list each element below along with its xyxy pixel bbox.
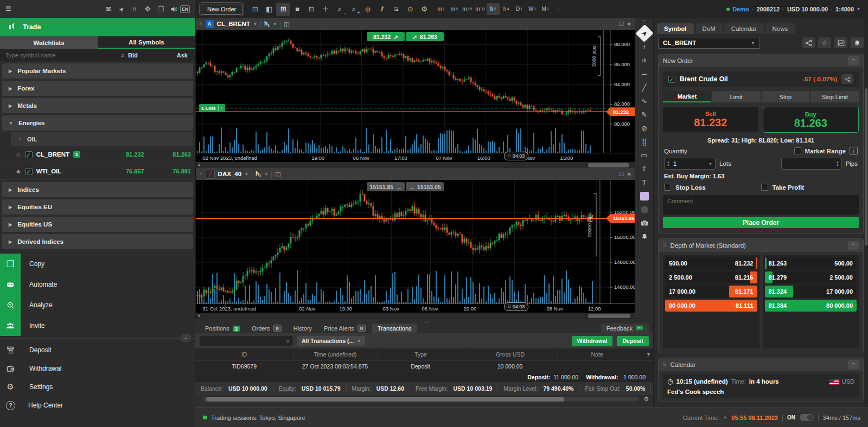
eraser-icon[interactable]: ⊘: [638, 122, 651, 134]
chevron-down-icon[interactable]: ▼: [264, 172, 268, 176]
sidebar-item-automate[interactable]: Automate: [0, 274, 195, 295]
new-order-header[interactable]: New Order ⌃: [659, 54, 863, 67]
close-icon[interactable]: ✕: [627, 171, 631, 177]
calendar-header[interactable]: ⠿ Calendar ⌃: [659, 358, 863, 371]
dom-header[interactable]: ⠿ Depth of Market (Standard) ⌃: [659, 239, 863, 252]
indicators-icon[interactable]: ı|ı: [361, 3, 375, 16]
tab-calendar[interactable]: Calendar: [724, 23, 764, 34]
multi-monitor-icon[interactable]: ⊡: [248, 3, 262, 16]
timeframe-h4[interactable]: h4: [500, 3, 513, 15]
dom-bid-row[interactable]: 500.0081.232: [665, 257, 757, 269]
alert-bell-icon[interactable]: [851, 37, 864, 48]
chevron-down-icon[interactable]: ▼: [253, 22, 257, 26]
more-timeframes-button[interactable]: ···: [552, 3, 565, 15]
tab-orders[interactable]: Orders0: [246, 323, 287, 333]
share-icon[interactable]: [802, 37, 815, 48]
favorite-star-icon[interactable]: ☆: [818, 37, 831, 48]
drag-handle-icon[interactable]: ⠿: [199, 21, 202, 27]
sidebar-item-analyze[interactable]: Analyze: [0, 295, 195, 315]
group-equities-us[interactable]: ▶Equities US: [2, 217, 193, 232]
zoom-out-icon[interactable]: ⌕-: [333, 3, 347, 16]
account-caret-icon[interactable]: ▼: [857, 7, 860, 11]
price-chart-canvas-dax40[interactable]: 50000 pips15200.0015000.0014800.0014600.…: [196, 180, 635, 303]
withdrawal-button[interactable]: Withdrawal: [572, 336, 613, 346]
zoom-in-icon[interactable]: ⌕+: [347, 3, 361, 16]
on-toggle[interactable]: [800, 414, 814, 421]
group-popular-markets[interactable]: ▶Popular Markets: [2, 63, 193, 79]
account-info[interactable]: Demo · 2008212 · USD 10 000.00 · 1:4000 …: [726, 6, 868, 12]
chart-type-icon[interactable]: ◫: [275, 171, 280, 178]
tab-dom[interactable]: DoM: [695, 23, 723, 34]
take-profit-checkbox[interactable]: [761, 184, 768, 191]
quick-sell-button-disabled[interactable]: 15151.85→: [367, 182, 405, 191]
timeframe-m15[interactable]: m15: [461, 3, 474, 15]
sidebar-item-copy[interactable]: ❐Copy: [0, 254, 195, 274]
fx-icon[interactable]: f: [375, 3, 389, 16]
drag-handle-icon[interactable]: ⠿: [199, 171, 202, 177]
quantity-stepper[interactable]: ▲▼ ▼: [664, 158, 716, 170]
star-filled-icon[interactable]: ★: [15, 167, 22, 176]
timeframe-h1[interactable]: h1: [487, 3, 500, 15]
stop-loss-checkbox[interactable]: [664, 184, 671, 191]
brush-icon[interactable]: ✎: [638, 108, 651, 121]
share-icon[interactable]: [841, 74, 853, 84]
market-range-stepper[interactable]: ▲▼: [781, 158, 842, 170]
symbol-row-clbrent[interactable]: ☆ ✓ CL_BRENT 1 81.232 81.263: [0, 146, 195, 163]
star-outline-icon[interactable]: ☆: [15, 151, 22, 159]
split-view-icon[interactable]: ⊟: [304, 3, 318, 16]
chart-symbol-selector[interactable]: CL_BRENT: [217, 21, 250, 27]
quantity-input[interactable]: [672, 160, 706, 167]
transactions-filter-dropdown[interactable]: All Transactions (... ▼: [297, 336, 365, 346]
resize-handle-icon[interactable]: ⋯: [424, 320, 430, 325]
color-swatch-icon[interactable]: [638, 190, 651, 202]
chevron-down-icon[interactable]: ▼: [723, 416, 727, 419]
quick-buy-button-disabled[interactable]: →15153.05: [406, 182, 444, 191]
tab-price-alerts[interactable]: Price Alerts0: [318, 323, 371, 333]
speaker-icon[interactable]: [167, 3, 180, 15]
chevron-down-icon[interactable]: ▼: [273, 22, 277, 26]
ellipse-icon[interactable]: [638, 203, 651, 216]
dom-bid-row[interactable]: 17 000.0081.171: [665, 286, 757, 297]
sidebar-item-invite[interactable]: Invite: [0, 315, 195, 336]
pips-input[interactable]: [790, 160, 834, 167]
right-panel-scrollbar[interactable]: [864, 18, 868, 407]
search-icon[interactable]: ⌕: [121, 51, 125, 60]
transactions-search[interactable]: ⌕: [200, 336, 293, 346]
maximize-icon[interactable]: ❒: [619, 171, 624, 177]
chevron-down-icon[interactable]: ▼: [245, 172, 248, 176]
collapse-icon[interactable]: ⌃: [848, 241, 859, 250]
add-chart-icon[interactable]: ✛: [318, 3, 333, 16]
timeframe-selector[interactable]: h1: [264, 20, 270, 28]
deposit-button[interactable]: Deposit: [617, 336, 649, 346]
timeframe-m30[interactable]: m30: [474, 3, 487, 15]
dom-ask-row[interactable]: 81.32417 000.00: [765, 286, 857, 297]
sell-button[interactable]: Sell 81.232: [663, 107, 758, 132]
bell-icon[interactable]: [638, 230, 651, 243]
camera-icon[interactable]: [638, 217, 651, 229]
maximize-icon[interactable]: ❒: [619, 21, 624, 27]
layers-icon[interactable]: ≋: [389, 3, 403, 16]
order-tab-stop[interactable]: Stop: [762, 91, 810, 102]
chart-symbol-selector[interactable]: DAX_40: [218, 171, 241, 177]
cursor-icon[interactable]: ➤: [635, 24, 653, 42]
tab-positions[interactable]: Positions2: [200, 324, 245, 333]
timeframe-D1[interactable]: D1: [513, 3, 526, 15]
scroll-thumb[interactable]: [588, 314, 630, 318]
transaction-row[interactable]: TID69579 27 Oct 2023 08:03:54.875 Deposi…: [195, 361, 653, 372]
trend-line-icon[interactable]: ╱: [638, 81, 651, 94]
dom-ask-row[interactable]: 81.2792 500.00: [765, 271, 857, 283]
text-icon[interactable]: T: [638, 176, 651, 189]
order-tab-market[interactable]: Market: [663, 91, 711, 102]
calendar-event[interactable]: ◷ 10:15 (undefined) Time: in 4 hours USD…: [663, 374, 859, 398]
close-icon[interactable]: ✕: [627, 21, 631, 27]
search-icon[interactable]: ⌕: [286, 337, 290, 345]
quick-buy-button[interactable]: ↗81.263: [406, 32, 444, 41]
info-icon[interactable]: i: [850, 147, 858, 155]
timeframe-M1[interactable]: M1: [539, 3, 552, 15]
collapse-icon[interactable]: ⌃: [848, 360, 859, 369]
group-energies[interactable]: ▼ Energies: [2, 115, 193, 131]
status-settings-gear-icon[interactable]: ⚙: [643, 396, 649, 403]
timeframe-W1[interactable]: W1: [526, 3, 539, 15]
single-view-icon[interactable]: ■: [290, 3, 304, 16]
symbol-row-wtioil[interactable]: ★ ✓ WTI_OIL 76.857 76.891: [0, 163, 195, 180]
